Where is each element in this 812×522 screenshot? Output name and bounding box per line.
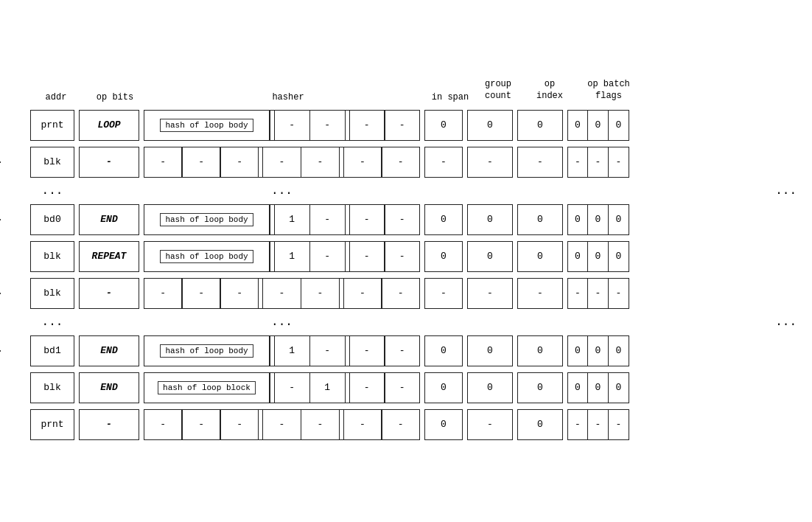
cell-inspan: 0 bbox=[424, 335, 463, 366]
cell-opbits: - bbox=[79, 409, 139, 440]
table-row: blkREPEAThash of loop body1---000000 bbox=[30, 238, 804, 275]
rows-area: prntLOOPhash of loop body----000000blk--… bbox=[8, 107, 804, 443]
table-row: prnt--------0-0--- bbox=[30, 406, 804, 443]
table-row: bd1ENDhash of loop body1---000000 bbox=[30, 333, 804, 369]
cell-hasher: ------- bbox=[144, 409, 420, 440]
cell-opindex: 0 bbox=[517, 241, 563, 272]
cell-groupcount: 0 bbox=[467, 335, 513, 366]
diagram-container: addr op bits hasher in span groupcount o… bbox=[8, 79, 804, 442]
header-groupcount: groupcount bbox=[472, 79, 524, 102]
table-row: blkENDhash of loop block-1--000000 bbox=[30, 369, 804, 406]
cell-opbatch: 000 bbox=[567, 241, 629, 272]
cell-opbatch: --- bbox=[567, 147, 629, 178]
cell-opindex: 0 bbox=[517, 110, 563, 141]
cell-addr: blk bbox=[30, 147, 74, 178]
cell-groupcount: 0 bbox=[467, 372, 513, 403]
cell-groupcount: - bbox=[467, 409, 513, 440]
header-addr: addr bbox=[30, 92, 82, 102]
cell-inspan: 0 bbox=[424, 241, 463, 272]
cell-hasher: hash of loop body1--- bbox=[144, 335, 420, 366]
cell-opindex: - bbox=[517, 278, 563, 309]
cell-groupcount: - bbox=[467, 147, 513, 178]
cell-opbits: END bbox=[79, 204, 139, 235]
table-row: prntLOOPhash of loop body----000000 bbox=[30, 107, 804, 144]
cell-addr: blk bbox=[30, 278, 74, 309]
header-opbits: op bits bbox=[82, 92, 148, 102]
cell-hasher: ------- bbox=[144, 278, 420, 309]
cell-addr: prnt bbox=[30, 110, 74, 141]
cell-inspan: 0 bbox=[424, 409, 463, 440]
header-row: addr op bits hasher in span groupcount o… bbox=[8, 79, 804, 102]
cell-addr: blk bbox=[30, 372, 74, 403]
cell-opbatch: --- bbox=[567, 278, 629, 309]
cell-opbatch: 000 bbox=[567, 110, 629, 141]
cell-opbatch: --- bbox=[567, 409, 629, 440]
cell-opbits: REPEAT bbox=[79, 241, 139, 272]
header-inspan: in span bbox=[428, 92, 472, 102]
cell-opbatch: 000 bbox=[567, 372, 629, 403]
cell-opbits: END bbox=[79, 372, 139, 403]
table-row: ......... bbox=[30, 181, 804, 201]
table-row: bd0ENDhash of loop body1---000000 bbox=[30, 201, 804, 238]
cell-addr: bd1 bbox=[30, 335, 74, 366]
cell-opindex: 0 bbox=[517, 335, 563, 366]
cell-opbits: - bbox=[79, 147, 139, 178]
cell-groupcount: 0 bbox=[467, 204, 513, 235]
cell-opbits: LOOP bbox=[79, 110, 139, 141]
cell-hasher: ------- bbox=[144, 147, 420, 178]
cell-addr: blk bbox=[30, 241, 74, 272]
cell-opindex: 0 bbox=[517, 409, 563, 440]
cell-groupcount: - bbox=[467, 278, 513, 309]
cell-inspan: 0 bbox=[424, 110, 463, 141]
header-opbatch: op batchflags bbox=[575, 79, 642, 102]
cell-hasher: hash of loop body1--- bbox=[144, 241, 420, 272]
cell-opindex: - bbox=[517, 147, 563, 178]
cell-inspan: - bbox=[424, 278, 463, 309]
table-row: blk-------------- bbox=[30, 275, 804, 312]
cell-opindex: 0 bbox=[517, 372, 563, 403]
cell-opbits: - bbox=[79, 278, 139, 309]
cell-opbatch: 000 bbox=[567, 335, 629, 366]
header-opindex: opindex bbox=[524, 79, 575, 102]
bracket-svg bbox=[0, 107, 8, 443]
cell-groupcount: 0 bbox=[467, 110, 513, 141]
table-row: ......... bbox=[30, 312, 804, 333]
cell-addr: prnt bbox=[30, 409, 74, 440]
cell-hasher: hash of loop block-1-- bbox=[144, 372, 420, 403]
cell-opbits: END bbox=[79, 335, 139, 366]
cell-hasher: hash of loop body1--- bbox=[144, 204, 420, 235]
header-hasher: hasher bbox=[148, 92, 428, 102]
table-row: blk-------------- bbox=[30, 144, 804, 181]
cell-inspan: - bbox=[424, 147, 463, 178]
cell-hasher: hash of loop body---- bbox=[144, 110, 420, 141]
cell-groupcount: 0 bbox=[467, 241, 513, 272]
cell-inspan: 0 bbox=[424, 372, 463, 403]
cell-opbatch: 000 bbox=[567, 204, 629, 235]
cell-opindex: 0 bbox=[517, 204, 563, 235]
cell-inspan: 0 bbox=[424, 204, 463, 235]
cell-addr: bd0 bbox=[30, 204, 74, 235]
